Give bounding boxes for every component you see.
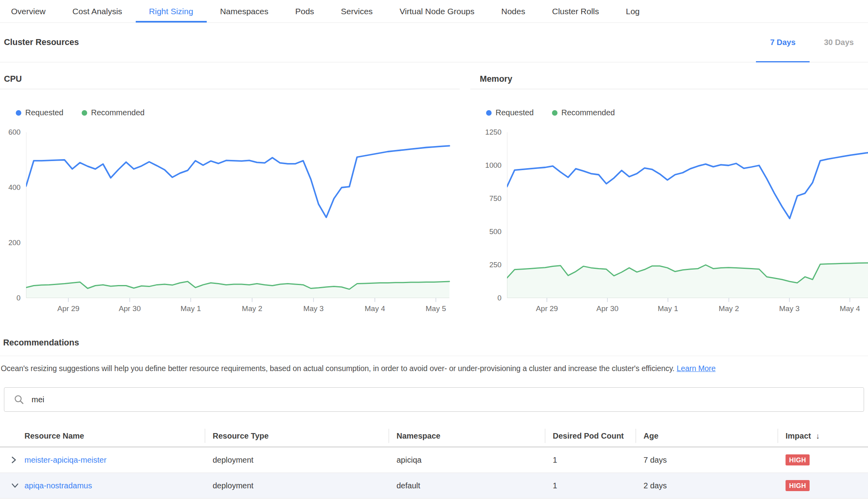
desired-pod-count-cell: 1 [545,481,636,490]
cpu-chart-legend: Requested Recommended [16,108,460,117]
divider [0,356,868,356]
impact-high-badge: HIGH [786,454,810,465]
column-header-resource-name[interactable]: Resource Name [0,425,205,446]
y-axis-tick-label: 400 [0,183,21,192]
top-nav: Overview Cost Analysis Right Sizing Name… [0,0,868,23]
y-axis-tick-label: 600 [0,128,21,137]
tab-label: Cost Analysis [73,7,122,16]
sort-descending-icon[interactable]: ↓ [816,431,819,441]
tab-label: Namespaces [220,7,269,16]
x-axis-tick-label: Apr 30 [110,304,150,313]
search-input[interactable] [31,395,864,405]
column-header-resource-type[interactable]: Resource Type [205,425,389,446]
age-cell: 2 days [636,481,778,490]
y-axis-tick-label: 0 [470,293,501,303]
recommendations-description: Ocean's resizing suggestions will help y… [1,364,868,373]
x-axis-tick-label: Apr 29 [527,304,567,313]
legend-item-recommended: Recommended [552,108,615,117]
tab-label: Right Sizing [149,7,193,16]
tab-cost-analysis[interactable]: Cost Analysis [59,0,136,23]
charts-section: CPU Requested Recommended 0200400600Apr … [0,62,868,320]
impact-high-badge: HIGH [786,480,810,491]
chevron-down-icon [11,483,19,488]
y-axis-tick-label: 1000 [470,161,501,170]
recommended-legend-dot-icon [552,110,557,116]
x-axis-tick-label: May 5 [416,304,456,313]
column-header-desired-pod-count[interactable]: Desired Pod Count [545,425,636,446]
x-axis-tick-label: May 2 [709,304,748,313]
tab-namespaces[interactable]: Namespaces [207,0,282,23]
cpu-chart-svg [26,132,452,304]
resource-name-cell: apiqa-nostradamus [0,481,205,490]
tab-label: Cluster Rolls [552,7,599,16]
tab-label: Virtual Node Groups [400,7,475,16]
memory-chart-legend: Requested Recommended [486,108,868,117]
tab-virtual-node-groups[interactable]: Virtual Node Groups [386,0,488,23]
resource-name-cell: meister-apiciqa-meister [0,456,205,465]
recommended-legend-dot-icon [82,110,87,116]
x-axis-tick-label: May 4 [355,304,395,313]
tab-log[interactable]: Log [612,0,653,23]
memory-chart-panel: Memory Requested Recommended 02505007501… [470,62,868,320]
legend-item-requested: Requested [16,108,64,117]
search-box[interactable] [4,387,864,412]
impact-cell: HIGH [778,480,868,491]
memory-chart-plot: 025050075010001250Apr 29Apr 30May 1May 2… [470,132,868,320]
x-axis-tick-label: May 1 [648,304,688,313]
y-axis-tick-label: 250 [470,260,501,270]
column-header-namespace[interactable]: Namespace [389,425,545,446]
expand-row-button[interactable] [0,456,24,464]
namespace-cell: default [389,481,545,490]
y-axis-tick-label: 1250 [470,128,501,137]
resource-type-cell: deployment [205,481,389,490]
table-row[interactable]: meister-apiciqa-meister deployment apici… [0,447,868,473]
impact-cell: HIGH [778,454,868,465]
collapse-row-button[interactable] [0,483,24,488]
tab-label: Overview [11,7,46,16]
y-axis-tick-label: 200 [0,238,21,248]
description-text: Ocean's resizing suggestions will help y… [1,364,675,373]
resource-type-cell: deployment [205,456,389,465]
recommendations-table: Resource Name Resource Type Namespace De… [0,425,868,499]
y-axis-tick-label: 750 [470,194,501,203]
table-row[interactable]: apiqa-nostradamus deployment default 1 2… [0,473,868,499]
table-header: Resource Name Resource Type Namespace De… [0,425,868,446]
range-tab-label: 7 Days [770,38,796,47]
legend-label: Requested [496,108,534,117]
cpu-chart-plot: 0200400600Apr 29Apr 30May 1May 2May 3May… [0,132,460,320]
tab-overview[interactable]: Overview [0,0,59,23]
range-tab-7-days[interactable]: 7 Days [756,23,810,62]
x-axis-tick-label: May 4 [830,304,868,313]
legend-label: Recommended [561,108,615,117]
x-axis-tick-label: May 1 [171,304,210,313]
section-title-cluster-resources: Cluster Resources [0,23,79,62]
requested-legend-dot-icon [16,110,21,116]
tab-label: Log [626,7,640,16]
recommendations-section: Recommendations Ocean's resizing suggest… [0,320,868,373]
tab-cluster-rolls[interactable]: Cluster Rolls [539,0,612,23]
x-axis-tick-label: May 3 [294,304,333,313]
tab-services[interactable]: Services [327,0,386,23]
x-axis-tick-label: Apr 29 [49,304,88,313]
x-axis-tick-label: May 2 [232,304,272,313]
tab-nodes[interactable]: Nodes [488,0,539,23]
memory-chart-title: Memory [470,62,868,89]
column-header-age[interactable]: Age [636,425,778,446]
desired-pod-count-cell: 1 [545,456,636,465]
tab-label: Pods [295,7,314,16]
chevron-right-icon [11,456,17,464]
resource-name-link[interactable]: meister-apiciqa-meister [24,456,107,465]
y-axis-tick-label: 500 [470,227,501,236]
resource-name-link[interactable]: apiqa-nostradamus [24,481,92,490]
column-header-impact[interactable]: Impact↓ [778,425,868,446]
legend-label: Requested [25,108,64,117]
cpu-chart-panel: CPU Requested Recommended 0200400600Apr … [0,62,460,320]
namespace-cell: apiciqa [389,456,545,465]
section-title-recommendations: Recommendations [0,320,868,356]
learn-more-link[interactable]: Learn More [677,364,716,373]
tab-pods[interactable]: Pods [282,0,327,23]
range-tab-30-days[interactable]: 30 Days [810,23,868,62]
search-icon [14,394,24,405]
tab-right-sizing[interactable]: Right Sizing [136,0,207,23]
x-axis-tick-label: Apr 30 [588,304,627,313]
